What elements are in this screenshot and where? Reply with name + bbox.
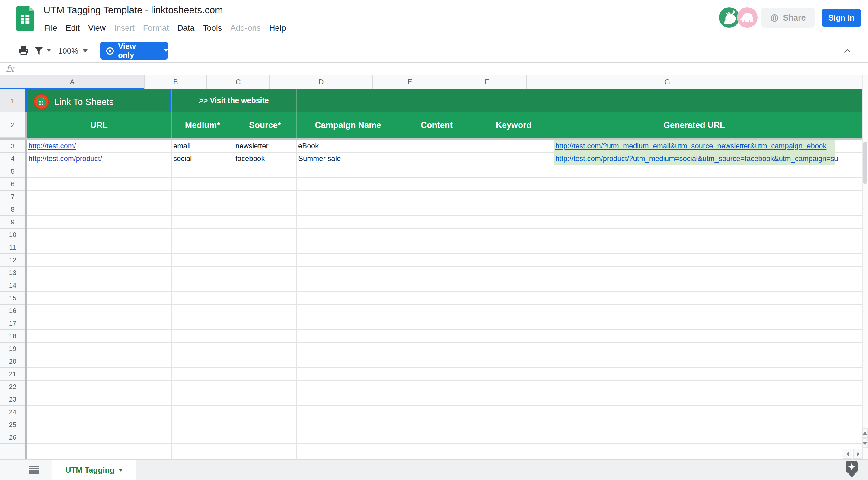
row-header-18[interactable]: 18 — [0, 330, 25, 343]
row-header-13[interactable]: 13 — [0, 267, 25, 279]
row-header-12[interactable]: 12 — [0, 254, 25, 267]
cell-generated-row3[interactable]: http://test.com/?utm_medium=email&utm_so… — [554, 140, 835, 152]
scroll-right-button[interactable] — [853, 449, 863, 459]
row-header-5[interactable]: 5 — [0, 165, 25, 178]
row-header-6[interactable]: 6 — [0, 178, 25, 191]
cell-url-row4[interactable]: http://test.com/product/ — [27, 152, 102, 165]
grid-row-18[interactable] — [27, 330, 862, 343]
view-only-button[interactable]: View only — [100, 42, 168, 60]
scroll-down-button[interactable] — [862, 438, 868, 448]
column-header-g[interactable]: G — [527, 75, 808, 89]
grid-row-13[interactable] — [27, 267, 862, 279]
row-header-22[interactable]: 22 — [0, 380, 25, 393]
menu-insert[interactable]: Insert — [110, 22, 139, 35]
row-header-20[interactable]: 20 — [0, 355, 25, 368]
share-button[interactable]: Share — [761, 8, 815, 28]
grid-row-15[interactable] — [27, 292, 862, 305]
row-header-16[interactable]: 16 — [0, 305, 25, 317]
menu-view[interactable]: View — [84, 22, 110, 35]
grid-row-11[interactable] — [27, 241, 862, 254]
scroll-up-button[interactable] — [862, 428, 868, 438]
vertical-scrollbar-thumb[interactable] — [863, 142, 867, 184]
column-header-d[interactable]: D — [270, 75, 373, 89]
generated-url-link-row3[interactable]: http://test.com/?utm_medium=email&utm_so… — [554, 140, 826, 152]
grid-row-21[interactable] — [27, 368, 862, 380]
row-header-19[interactable]: 19 — [0, 343, 25, 355]
grid-row-27[interactable] — [27, 444, 862, 456]
selected-cell-a1[interactable]: Link To Sheets — [27, 89, 172, 112]
anonymous-animal-avatar-pink[interactable] — [737, 7, 757, 28]
grid-row-20[interactable] — [27, 355, 862, 368]
grid-row-7[interactable] — [27, 191, 862, 203]
row-header-26[interactable]: 26 — [0, 431, 25, 444]
row-header-17[interactable]: 17 — [0, 317, 25, 330]
row-header-4[interactable]: 4 — [0, 152, 25, 165]
cell-generated-row4[interactable]: http://test.com/product/?utm_medium=soci… — [554, 152, 835, 165]
row-header-10[interactable]: 10 — [0, 229, 25, 241]
row-header-3[interactable]: 3 — [0, 140, 25, 152]
view-only-dropdown-caret[interactable] — [164, 49, 168, 52]
formula-bar[interactable]: fx — [0, 62, 868, 75]
menu-help[interactable]: Help — [265, 22, 290, 35]
column-header-c[interactable]: C — [207, 75, 270, 89]
grid-row-22[interactable] — [27, 380, 862, 393]
column-header-partial[interactable] — [808, 75, 835, 89]
scroll-left-button[interactable] — [843, 449, 852, 459]
row-header-14[interactable]: 14 — [0, 279, 25, 292]
menu-addons[interactable]: Add-ons — [226, 22, 265, 35]
sheet-tab-caret-icon[interactable] — [119, 469, 122, 471]
column-header-b[interactable]: B — [145, 75, 207, 89]
row-header-1[interactable]: 1 — [0, 89, 25, 112]
menu-format[interactable]: Format — [139, 22, 173, 35]
grid-row-12[interactable] — [27, 254, 862, 267]
grid-row-24[interactable] — [27, 406, 862, 418]
row-header-21[interactable]: 21 — [0, 368, 25, 380]
row-header-25[interactable]: 25 — [0, 418, 25, 431]
column-header-f[interactable]: F — [447, 75, 527, 89]
row-header-9[interactable]: 9 — [0, 216, 25, 229]
banner-row-2[interactable]: URLMedium*Source*Campaign NameContentKey… — [27, 112, 862, 138]
row-header-8[interactable]: 8 — [0, 203, 25, 216]
column-header-e[interactable]: E — [373, 75, 447, 89]
zoom-dropdown-caret[interactable] — [82, 39, 88, 62]
print-button[interactable] — [17, 39, 30, 62]
column-header-a[interactable]: A — [0, 75, 145, 89]
visit-website-link[interactable]: >> Visit the website — [172, 89, 297, 112]
sign-in-button[interactable]: Sign in — [822, 9, 861, 27]
row-header-23[interactable]: 23 — [0, 393, 25, 406]
anonymous-animal-avatar-green[interactable] — [719, 7, 739, 28]
cell-url-row3[interactable]: http://test.com/ — [27, 140, 76, 152]
menu-tools[interactable]: Tools — [198, 22, 226, 35]
formula-input[interactable] — [31, 65, 863, 74]
menu-file[interactable]: File — [40, 22, 62, 35]
grid-row-10[interactable] — [27, 229, 862, 241]
grid-row-6[interactable] — [27, 178, 862, 191]
grid-row-17[interactable] — [27, 317, 862, 330]
filter-dropdown-caret[interactable] — [46, 39, 52, 62]
grid-row-16[interactable] — [27, 305, 862, 317]
zoom-select[interactable]: 100% — [58, 39, 79, 62]
all-sheets-menu-icon[interactable] — [29, 466, 39, 474]
grid-row-19[interactable] — [27, 343, 862, 355]
row-header-2[interactable]: 2 — [0, 112, 25, 138]
collapse-toolbar-chevron-icon[interactable] — [843, 46, 852, 55]
grid-row-25[interactable] — [27, 418, 862, 431]
grid-row-9[interactable] — [27, 216, 862, 229]
grid-row-26[interactable] — [27, 431, 862, 444]
grid-row-5[interactable] — [27, 165, 862, 178]
row-header-11[interactable]: 11 — [0, 241, 25, 254]
grid-row-14[interactable] — [27, 279, 862, 292]
grid-row-8[interactable] — [27, 203, 862, 216]
row-header-24[interactable]: 24 — [0, 406, 25, 418]
grid-body[interactable]: http://test.com/emailnewslettereBookhttp… — [27, 140, 862, 459]
menu-data[interactable]: Data — [173, 22, 198, 35]
sheet-tab-utm-tagging[interactable]: UTM Tagging — [52, 460, 136, 480]
filter-button[interactable] — [34, 39, 43, 62]
row-header-7[interactable]: 7 — [0, 191, 25, 203]
menu-edit[interactable]: Edit — [62, 22, 84, 35]
document-title[interactable]: UTM Tagging Template - linktosheets.com — [43, 5, 223, 16]
generated-url-link-row4[interactable]: http://test.com/product/?utm_medium=soci… — [554, 152, 838, 165]
explore-button[interactable] — [846, 461, 858, 473]
row-header-15[interactable]: 15 — [0, 292, 25, 305]
grid-row-23[interactable] — [27, 393, 862, 406]
